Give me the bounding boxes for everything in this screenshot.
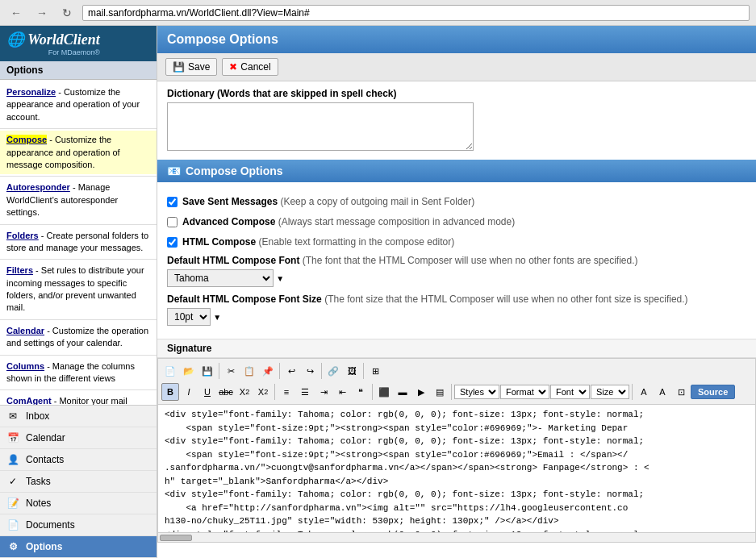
calendar-icon: 📅	[6, 431, 19, 444]
dictionary-textarea[interactable]	[167, 102, 474, 151]
rte-link-btn[interactable]: 🔗	[324, 362, 342, 380]
rte-misc1-btn[interactable]: ⊡	[672, 383, 690, 401]
horizontal-scrollbar[interactable]	[157, 533, 756, 543]
format-select[interactable]: Format	[500, 385, 549, 399]
sidebar-item-columns[interactable]: Columns - Manage the columns shown in th…	[0, 357, 157, 389]
sidebar-item-comagent[interactable]: ComAgent - Monitor your mail	[0, 392, 157, 405]
rte-open-btn[interactable]: 📂	[180, 362, 198, 380]
rte-source-button[interactable]: Source	[691, 385, 735, 399]
cancel-button[interactable]: ✖ Cancel	[222, 58, 278, 76]
size-select[interactable]: 8pt 9pt 10pt 11pt 12pt 14pt	[167, 308, 211, 326]
rte-toolbar: 📄 📂 💾 ✂ 📋 📌 ↩ ↪ 🔗 🖼 ⊞	[157, 358, 756, 404]
rte-italic-btn[interactable]: I	[180, 383, 198, 401]
default-size-row: Default HTML Compose Font Size (The font…	[167, 294, 746, 326]
styles-select[interactable]: Styles	[454, 385, 499, 399]
divider-3	[0, 224, 157, 225]
dictionary-label: Dictionary (Words that are skipped in sp…	[167, 88, 746, 99]
advanced-compose-checkbox[interactable]	[167, 217, 178, 227]
rte-ul-btn[interactable]: ☰	[296, 383, 314, 401]
sidebar-item-folders-title: Folders	[6, 231, 39, 240]
rte-toolbar-row1: 📄 📂 💾 ✂ 📋 📌 ↩ ↪ 🔗 🖼 ⊞	[161, 360, 752, 381]
sidebar-nav-contacts-label: Contacts	[26, 454, 64, 465]
contacts-icon: 👤	[6, 453, 19, 466]
sidebar-item-autoresponder-title: Autoresponder	[6, 182, 70, 192]
rte-table-btn[interactable]: ⊞	[366, 362, 384, 380]
options-form: Save Sent Messages (Keep a copy of outgo…	[157, 189, 756, 339]
save-sent-desc: (Keep a copy of outgoing mail in Sent Fo…	[280, 196, 474, 207]
sidebar-item-autoresponder[interactable]: Autoresponder - Manage WorldClient's aut…	[0, 178, 157, 222]
save-sent-title: Save Sent Messages	[182, 196, 278, 207]
default-font-desc: (The font that the HTML Composer will us…	[303, 255, 638, 266]
rte-align-right-btn[interactable]: ▶	[412, 383, 430, 401]
sidebar-content: Personalize - Customize the appearance a…	[0, 80, 157, 405]
rte-align-left-btn[interactable]: ⬛	[375, 383, 393, 401]
font-family-select[interactable]: Font	[550, 385, 590, 399]
divider-5	[0, 319, 157, 320]
rte-align-center-btn[interactable]: ▬	[394, 383, 411, 401]
forward-button[interactable]: →	[32, 5, 52, 21]
sidebar-nav-notes[interactable]: 📝 Notes	[0, 493, 157, 514]
rte-bold-btn[interactable]: B	[161, 383, 179, 401]
sidebar-logo-area: 🌐 WorldClient For MDaemon®	[0, 26, 157, 61]
sidebar-nav-options[interactable]: ⚙ Options	[0, 536, 157, 558]
sidebar-nav-tasks[interactable]: ✓ Tasks	[0, 471, 157, 493]
logo-subtitle: For MDaemon®	[6, 48, 100, 56]
font-size-select[interactable]: Size	[591, 385, 629, 399]
rte-copy-btn[interactable]: 📋	[240, 362, 258, 380]
sidebar-nav-documents[interactable]: 📄 Documents	[0, 514, 157, 536]
sidebar-item-filters[interactable]: Filters - Set rules to distribute your i…	[0, 261, 157, 318]
sidebar-item-calendar-title: Calendar	[6, 326, 44, 335]
sidebar-item-comagent-desc: - Monitor your mail	[54, 396, 127, 405]
rte-cut-btn[interactable]: ✂	[222, 362, 240, 380]
rte-save-btn[interactable]: 💾	[198, 362, 216, 380]
sidebar-nav-tasks-label: Tasks	[26, 476, 51, 487]
sidebar-item-folders[interactable]: Folders - Create personal folders to sto…	[0, 227, 157, 258]
sidebar-nav-inbox[interactable]: ✉ Inbox	[0, 406, 157, 427]
scrollbar-thumb[interactable]	[160, 535, 192, 541]
rte-sep8	[632, 384, 633, 400]
sidebar-item-compose[interactable]: Compose - Customize the appearance and o…	[0, 131, 157, 174]
html-compose-checkbox[interactable]	[167, 237, 178, 248]
default-size-label: Default HTML Compose Font Size (The font…	[167, 294, 746, 305]
address-bar[interactable]	[82, 5, 750, 21]
logo-world: 🌐	[6, 31, 24, 48]
rte-strikethrough-btn[interactable]: abc	[217, 383, 235, 401]
rte-subscript-btn[interactable]: X2	[236, 383, 253, 401]
rte-font-color-btn[interactable]: A	[635, 383, 653, 401]
sidebar-nav-calendar-label: Calendar	[26, 432, 65, 443]
rte-superscript-btn[interactable]: X2	[254, 383, 272, 401]
sidebar-nav-calendar[interactable]: 📅 Calendar	[0, 427, 157, 449]
sidebar-item-personalize[interactable]: Personalize - Customize the appearance a…	[0, 83, 157, 127]
rte-undo-btn[interactable]: ↩	[282, 362, 300, 380]
default-font-row: Default HTML Compose Font (The font that…	[167, 255, 746, 287]
rte-indent-btn[interactable]: ⇥	[315, 383, 332, 401]
rte-ol-btn[interactable]: ≡	[278, 383, 295, 401]
rte-paste-btn[interactable]: 📌	[259, 362, 277, 380]
default-font-title: Default HTML Compose Font	[167, 255, 299, 266]
sidebar-nav-documents-label: Documents	[26, 519, 75, 531]
sidebar-item-calendar[interactable]: Calendar - Customize the operation and s…	[0, 322, 157, 353]
rte-sep6	[372, 384, 373, 400]
rte-image-btn[interactable]: 🖼	[343, 362, 361, 380]
rte-underline-btn[interactable]: U	[198, 383, 216, 401]
sidebar: 🌐 WorldClient For MDaemon® Options Perso…	[0, 26, 157, 558]
notes-icon: 📝	[6, 497, 19, 510]
rte-redo-btn[interactable]: ↪	[301, 362, 319, 380]
tasks-icon: ✓	[6, 475, 19, 488]
divider-2	[0, 176, 157, 177]
sidebar-nav: ✉ Inbox 📅 Calendar 👤 Contacts ✓ Tasks 📝 …	[0, 405, 157, 558]
advanced-compose-desc: (Always start message composition in adv…	[278, 216, 515, 227]
rte-align-justify-btn[interactable]: ▤	[431, 383, 449, 401]
rte-new-btn[interactable]: 📄	[161, 362, 179, 380]
font-select[interactable]: Tahoma Arial Verdana Times New Roman Cou…	[167, 269, 274, 287]
rte-outdent-btn[interactable]: ⇤	[333, 383, 351, 401]
refresh-button[interactable]: ↻	[58, 5, 76, 21]
advanced-compose-title: Advanced Compose	[182, 216, 275, 227]
rte-blockquote-btn[interactable]: ❝	[352, 383, 370, 401]
back-button[interactable]: ←	[6, 5, 26, 21]
save-sent-checkbox[interactable]	[167, 197, 178, 207]
rte-highlight-btn[interactable]: A	[654, 383, 671, 401]
save-button[interactable]: 💾 Save	[165, 58, 217, 76]
code-area[interactable]: <div style="font-family: Tahoma; color: …	[157, 404, 756, 533]
sidebar-nav-contacts[interactable]: 👤 Contacts	[0, 449, 157, 471]
